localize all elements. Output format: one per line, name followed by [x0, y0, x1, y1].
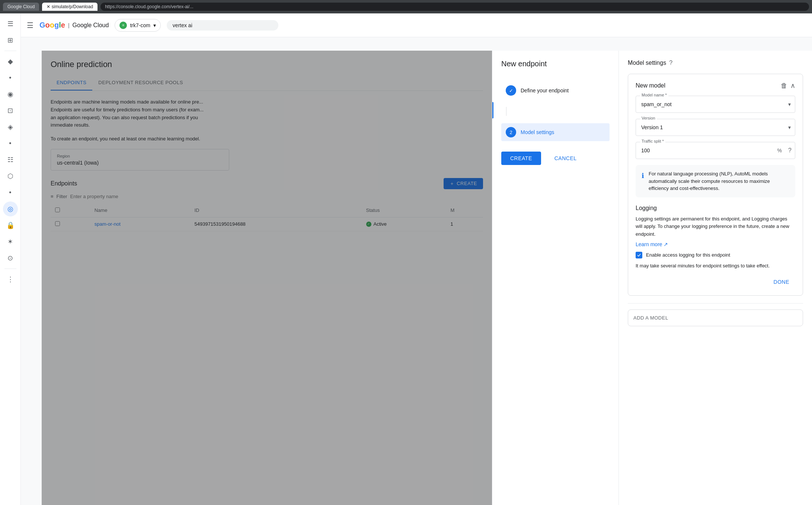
info-text: For natural language processing (NLP), A… — [649, 170, 789, 192]
nav-pin[interactable]: ◆ — [3, 54, 18, 69]
model-name-field: Model name * spam_or_not ▾ — [636, 96, 795, 113]
model-name-select[interactable]: spam_or_not — [636, 96, 795, 113]
traffic-split-input[interactable] — [636, 142, 795, 159]
delete-model-button[interactable]: 🗑 — [781, 82, 787, 90]
step-1-item: ✓ Define your endpoint — [501, 82, 610, 99]
project-icon: ≡ — [119, 22, 127, 29]
nav-dot-2[interactable]: • — [3, 136, 18, 151]
traffic-help-icon[interactable]: ? — [788, 147, 792, 154]
browser-tab-active[interactable]: ✕ simulate/p/Download — [42, 3, 97, 11]
app-title: Google Cloud — [73, 22, 109, 29]
nav-hamburger[interactable]: ☰ — [3, 16, 18, 31]
action-buttons: CREATE CANCEL — [501, 152, 610, 165]
step-2-circle: 2 — [506, 127, 516, 137]
model-card-actions: 🗑 ∧ — [781, 82, 795, 90]
nav-diamond[interactable]: ◈ — [3, 120, 18, 134]
nav-divider-2 — [4, 269, 16, 269]
collapse-model-button[interactable]: ∧ — [790, 82, 795, 90]
step-2-item: 2 Model settings — [501, 123, 610, 141]
main-content: Online prediction ENDPOINTS DEPLOYMENT R… — [42, 51, 812, 505]
google-cloud-logo: Google | Google Cloud — [39, 21, 109, 29]
nav-globe[interactable]: ◉ — [3, 87, 18, 102]
done-row: DONE — [636, 276, 795, 288]
logging-section: Logging Logging settings are permanent f… — [636, 205, 795, 269]
nav-rail: ☰ ⊞ ◆ • ◉ ⊡ ◈ • ☷ ⬡ • ◎ 🔒 ✶ ⊙ ⋮ — [0, 13, 21, 505]
step-2-label: Model settings — [521, 129, 554, 135]
new-model-title: New model — [636, 82, 665, 89]
traffic-percent-symbol: % — [777, 147, 782, 153]
info-box: ℹ For natural language processing (NLP),… — [636, 165, 795, 197]
nav-star[interactable]: ✶ — [3, 234, 18, 249]
create-button[interactable]: CREATE — [501, 152, 541, 165]
active-tab-label: ✕ simulate/p/Download — [47, 4, 93, 9]
url-bar[interactable]: https://console.cloud.google.com/vertex-… — [100, 3, 809, 11]
modal-overlay[interactable] — [42, 51, 492, 505]
nav-tag[interactable]: ⬡ — [3, 169, 18, 184]
nav-signal[interactable]: ◎ — [3, 201, 18, 216]
version-field: Version Version 1 ▾ — [636, 119, 795, 136]
logging-title: Logging — [636, 205, 795, 212]
browser-bar: Google Cloud ✕ simulate/p/Download https… — [0, 0, 812, 13]
model-card: New model 🗑 ∧ Model name * spam_or_not ▾ — [628, 74, 803, 296]
new-endpoint-title: New endpoint — [501, 60, 610, 68]
project-dropdown-icon: ▾ — [153, 22, 156, 28]
version-label: Version — [640, 116, 657, 120]
info-icon: ℹ — [642, 171, 644, 192]
access-logging-row: Enable access logging for this endpoint — [636, 252, 795, 258]
model-divider — [628, 303, 803, 304]
traffic-split-label: Traffic split * — [640, 139, 665, 143]
version-select[interactable]: Version 1 — [636, 119, 795, 136]
access-logging-label: Enable access logging for this endpoint — [646, 252, 730, 258]
search-bar[interactable]: vertex ai — [167, 20, 278, 31]
hamburger-icon[interactable]: ☰ — [27, 21, 33, 30]
step-1-label: Define your endpoint — [521, 88, 569, 93]
nav-dot-3[interactable]: • — [3, 185, 18, 200]
step-divider — [506, 107, 506, 116]
model-settings-header: Model settings ? — [628, 60, 803, 66]
model-settings-title: Model settings — [628, 60, 666, 66]
left-panel: Online prediction ENDPOINTS DEPLOYMENT R… — [42, 51, 492, 505]
right-panel: Model settings ? New model 🗑 ∧ Model nam… — [618, 51, 812, 505]
top-app-bar: ☰ Google | Google Cloud ≡ trk7-com ▾ ver… — [21, 13, 812, 37]
logging-description: Logging settings are permanent for this … — [636, 215, 795, 238]
done-button[interactable]: DONE — [768, 276, 795, 288]
learn-more-link[interactable]: Learn more ↗ — [636, 241, 668, 247]
nav-expand[interactable]: ⋮ — [3, 272, 18, 287]
access-logging-checkbox[interactable] — [636, 252, 642, 258]
project-name: trk7-com — [130, 22, 150, 28]
step-active-indicator — [492, 102, 493, 118]
nav-security[interactable]: 🔒 — [3, 218, 18, 233]
nav-dot-1[interactable]: • — [3, 70, 18, 85]
stepper-panel: New endpoint ✓ Define your endpoint 2 Mo… — [492, 51, 618, 505]
nav-divider-1 — [4, 51, 16, 51]
tab-label: Google Cloud — [7, 4, 35, 9]
traffic-split-field: Traffic split * % ? — [636, 142, 795, 159]
nav-home[interactable]: ⊞ — [3, 33, 18, 48]
endpoint-settings-note: It may take several minutes for endpoint… — [636, 263, 795, 269]
project-selector[interactable]: ≡ trk7-com ▾ — [115, 19, 160, 32]
add-model-button[interactable]: ADD A MODEL — [628, 310, 803, 326]
browser-tab-1[interactable]: Google Cloud — [3, 3, 39, 11]
nav-box[interactable]: ⊡ — [3, 103, 18, 118]
nav-robot[interactable]: ⊙ — [3, 251, 18, 266]
cancel-button[interactable]: CANCEL — [546, 152, 586, 165]
nav-layers[interactable]: ☷ — [3, 152, 18, 167]
step-1-circle: ✓ — [506, 85, 516, 96]
model-card-header: New model 🗑 ∧ — [636, 82, 795, 90]
model-name-label: Model name * — [640, 93, 668, 97]
add-model-section: ADD A MODEL — [628, 309, 803, 326]
help-icon[interactable]: ? — [669, 60, 672, 66]
